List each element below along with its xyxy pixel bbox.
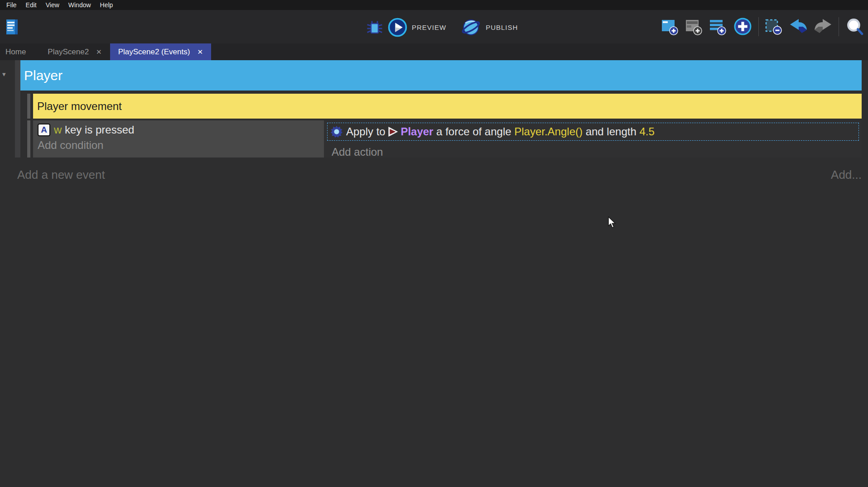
add-event-icon[interactable] [661,18,679,36]
tab-label: PlayScene2 [48,48,89,57]
menu-item[interactable]: View [41,0,64,10]
action-text: Apply to Player a force of angle Player.… [328,125,655,138]
publish-button[interactable]: PUBLISH [486,24,518,31]
tab-label: Home [5,48,26,57]
player-object-icon [388,127,398,137]
app-logo-icon[interactable] [5,19,19,36]
group-indent-spine [15,60,20,158]
toolbar-center: PREVIEW PUBLISH [366,17,528,38]
add-more-button[interactable]: Add... [831,168,862,182]
menu-item[interactable]: File [2,0,21,10]
remove-selection-icon[interactable] [765,18,783,36]
add-comment-icon[interactable] [709,18,727,36]
menu-item[interactable]: Edit [21,0,41,10]
toolbar: PREVIEW PUBLISH [0,10,868,43]
text-segment: w [54,124,65,136]
close-icon[interactable]: ✕ [96,48,102,56]
drag-handle[interactable] [27,94,30,119]
add-condition-button[interactable]: Add condition [33,136,324,152]
text-segment: and length [583,125,639,138]
comment-row[interactable]: Player movement [33,94,862,119]
events-sheet: ▾ Player Player movement w key is presse… [0,60,868,487]
force-icon [331,126,342,138]
debug-icon[interactable] [366,19,383,36]
tab-home[interactable]: Home [0,43,34,60]
play-icon[interactable] [388,18,407,37]
toolbar-separator [758,17,759,36]
tab-playscene2-events[interactable]: PlayScene2 (Events) ✕ [110,43,211,60]
add-subevent-icon[interactable] [685,18,703,36]
action-apply-force-selected[interactable]: Apply to Player a force of angle Player.… [327,123,859,141]
search-icon[interactable] [845,17,864,36]
gdevelop-events-editor: FileEditViewWindowHelp [0,0,868,487]
menu-item[interactable]: Window [64,0,96,10]
close-icon[interactable]: ✕ [197,48,203,56]
comment-text: Player movement [33,100,122,113]
condition-key-pressed[interactable]: w key is pressed [33,120,324,136]
tab-playscene2[interactable]: PlayScene2 ✕ [39,43,110,60]
keyboard-key-icon [38,124,50,136]
event-row: w key is pressed Add condition Apply to … [33,120,862,158]
globe-icon[interactable] [461,17,481,38]
text-segment: a force of angle [433,125,514,138]
conditions-column: w key is pressed Add condition [33,120,324,158]
group-title: Player [20,68,63,83]
preview-button[interactable]: PREVIEW [412,24,446,31]
menu-item[interactable]: Help [96,0,118,10]
toolbar-right [661,17,864,36]
toolbar-separator [839,17,839,36]
add-new-event-button[interactable]: Add a new event [17,168,105,182]
drag-handle[interactable] [27,120,30,158]
text-segment: Player.Angle() [514,125,583,138]
text-segment: Player [400,125,433,138]
redo-icon[interactable] [814,18,833,35]
menu-bar: FileEditViewWindowHelp [0,0,868,10]
add-circle-icon[interactable] [733,17,752,36]
tab-label: PlayScene2 (Events) [118,48,190,57]
undo-icon[interactable] [789,18,808,35]
tab-bar: Home PlayScene2 ✕ PlayScene2 (Events) ✕ [0,43,868,60]
text-segment: 4.5 [639,125,654,138]
add-action-button[interactable]: Add action [327,143,383,158]
text-segment: Apply to [346,125,388,138]
event-group-player[interactable]: Player [20,60,862,91]
text-segment: key is pressed [65,124,134,136]
chevron-down-icon[interactable]: ▾ [2,70,6,78]
